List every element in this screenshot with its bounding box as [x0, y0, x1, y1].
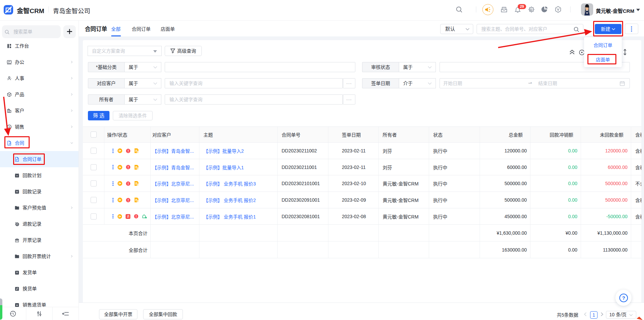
svg-text:?: ? — [622, 295, 625, 300]
